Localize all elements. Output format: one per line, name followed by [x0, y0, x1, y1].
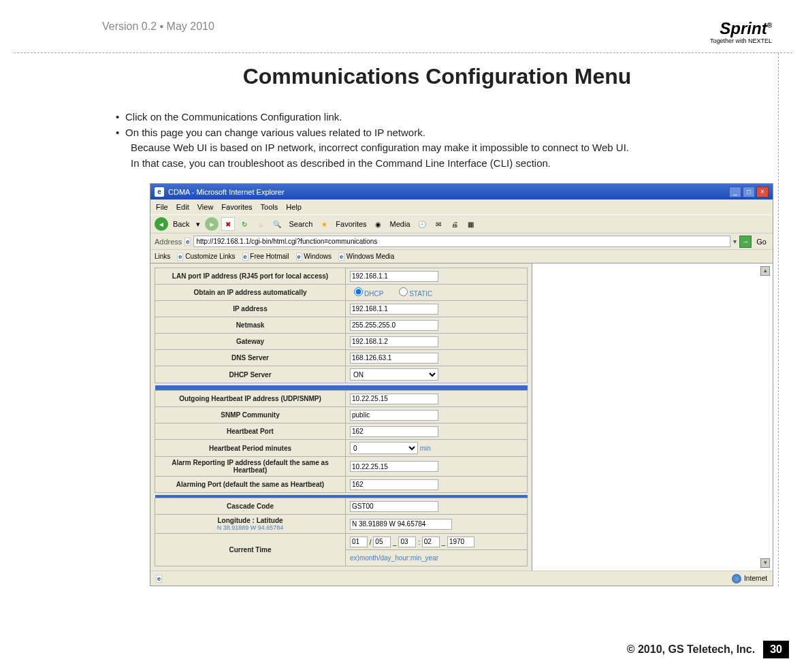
menu-help[interactable]: Help — [286, 203, 302, 211]
address-input[interactable] — [193, 236, 730, 247]
gateway-input[interactable] — [350, 336, 438, 347]
link-hotmail[interactable]: Free Hotmail — [250, 253, 289, 260]
dhcp-server-label: DHCP Server — [155, 366, 346, 383]
link-windows-media[interactable]: Windows Media — [346, 253, 395, 260]
link-windows[interactable]: Windows — [304, 253, 332, 260]
links-label: Links — [155, 253, 170, 260]
search-label[interactable]: Search — [287, 220, 315, 228]
alarm-port-input[interactable] — [350, 479, 438, 490]
dhcp-radio-label: DHCP — [364, 290, 383, 298]
obtain-ip-label: Obtain an IP address automatically — [155, 285, 346, 301]
status-zone: Internet — [732, 574, 767, 583]
copyright: © 2010, GS Teletech, Inc. — [627, 643, 755, 656]
browser-screenshot: e CDMA - Microsoft Internet Explorer _ □… — [150, 183, 773, 586]
back-label[interactable]: Back — [171, 220, 191, 228]
dhcp-radio[interactable] — [354, 287, 363, 296]
time-month-input[interactable] — [350, 537, 368, 547]
alarm-port-label: Alarming Port (default the same as Heart… — [155, 477, 346, 493]
bullet-2: On this page you can change various valu… — [125, 125, 425, 141]
status-left: e — [156, 575, 162, 582]
page-icon: e — [184, 238, 191, 246]
bullet-1: Click on the Communications Configuratio… — [125, 110, 342, 125]
scroll-up-button[interactable]: ▴ — [760, 266, 770, 276]
snmp-input[interactable] — [350, 410, 438, 421]
dns-input[interactable] — [350, 353, 438, 364]
dhcp-server-select[interactable]: ON — [350, 368, 438, 381]
netmask-label: Netmask — [155, 317, 346, 334]
scroll-down-button[interactable]: ▾ — [760, 558, 770, 568]
time-hint: ex)month/day_hour:min_year — [350, 554, 438, 562]
lonlat-sub: N 38.91889 W 94.65784 — [159, 524, 341, 531]
alarm-ip-label: Alarm Reporting IP address (default the … — [155, 457, 346, 477]
home-button[interactable]: ⌂ — [254, 217, 268, 231]
alarm-ip-input[interactable] — [350, 461, 438, 472]
search-icon[interactable]: 🔍 — [270, 217, 284, 231]
ip-label: IP address — [155, 301, 346, 317]
netmask-input[interactable] — [350, 320, 438, 331]
page-title: Communications Configuration Menu — [102, 53, 772, 110]
out-hb-input[interactable] — [350, 394, 438, 404]
close-button[interactable]: × — [756, 187, 769, 197]
hb-port-input[interactable] — [350, 426, 438, 437]
time-hour-input[interactable] — [398, 537, 416, 547]
minimize-button[interactable]: _ — [729, 187, 741, 197]
time-year-input[interactable] — [447, 537, 474, 547]
time-min-input[interactable] — [422, 537, 440, 547]
maximize-button[interactable]: □ — [743, 187, 755, 197]
menu-view[interactable]: View — [197, 203, 214, 211]
back-button[interactable]: ◄ — [155, 217, 168, 231]
bullet-2b: In that case, you can troubleshoot as de… — [116, 156, 772, 172]
menu-bar[interactable]: File Edit View Favorites Tools Help — [150, 199, 773, 214]
hb-period-label: Heartbeat Period minutes — [155, 440, 346, 457]
hb-period-unit: min — [420, 445, 431, 452]
time-label: Current Time — [155, 534, 346, 566]
forward-button[interactable]: ► — [205, 217, 219, 231]
hb-port-label: Heartbeat Port — [155, 423, 346, 440]
snmp-label: SNMP Community — [155, 407, 346, 423]
time-day-input[interactable] — [373, 537, 391, 547]
address-label: Address — [155, 238, 182, 246]
lonlat-input[interactable] — [350, 519, 452, 530]
link-customize[interactable]: Customize Links — [185, 253, 235, 260]
cascade-input[interactable] — [350, 501, 438, 512]
stop-button[interactable]: ✖ — [221, 217, 235, 231]
history-button[interactable]: 🕘 — [415, 217, 429, 231]
cascade-label: Cascade Code — [155, 498, 346, 515]
lan-ip-label: LAN port IP address (RJ45 port for local… — [155, 268, 346, 285]
hb-period-select[interactable]: 0 — [350, 442, 418, 454]
ie-icon: e — [155, 187, 164, 197]
dns-label: DNS Server — [155, 350, 346, 366]
version-text: Version 0.2 ▪ May 2010 — [102, 20, 214, 33]
menu-tools[interactable]: Tools — [261, 203, 278, 211]
favorites-label[interactable]: Favorites — [334, 220, 368, 228]
out-hb-label: Outgoing Heartbeat IP address (UDP/SNMP) — [155, 391, 346, 407]
lonlat-label: Longitude : LatitudeN 38.91889 W 94.6578… — [155, 515, 346, 534]
window-title: CDMA - Microsoft Internet Explorer — [168, 188, 285, 196]
refresh-button[interactable]: ↻ — [238, 217, 251, 231]
bullet-2a: Because Web UI is based on IP network, i… — [116, 140, 772, 156]
mail-button[interactable]: ✉ — [432, 217, 445, 231]
gateway-label: Gateway — [155, 334, 346, 350]
menu-favorites[interactable]: Favorites — [221, 203, 252, 211]
ip-input[interactable] — [350, 304, 438, 315]
menu-edit[interactable]: Edit — [176, 203, 189, 211]
favorites-icon[interactable]: ★ — [317, 217, 331, 231]
sprint-logo: Sprint® Together with NEXTEL — [710, 20, 772, 44]
go-label: Go — [754, 238, 769, 246]
media-label[interactable]: Media — [388, 220, 413, 228]
print-button[interactable]: 🖨 — [448, 217, 462, 231]
menu-file[interactable]: File — [156, 203, 168, 211]
internet-icon — [732, 574, 741, 583]
go-button[interactable]: → — [739, 236, 752, 248]
static-radio-label: STATIC — [409, 290, 432, 298]
media-icon[interactable]: ◉ — [372, 217, 385, 231]
edit-button[interactable]: ▦ — [464, 217, 478, 231]
lan-ip-input[interactable] — [350, 271, 438, 282]
page-number: 30 — [763, 641, 789, 658]
static-radio[interactable] — [399, 287, 408, 296]
